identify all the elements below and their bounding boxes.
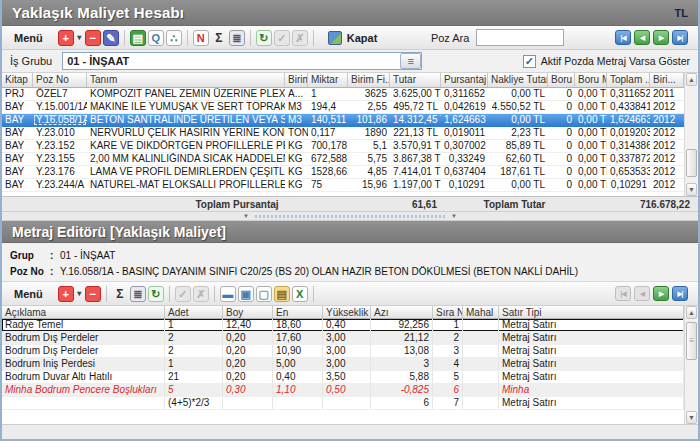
table-row[interactable]: BAYY.15.001/1AMAKİNE İLE YUMUŞAK VE SERT… [2,101,698,114]
cell[interactable]: Minha [499,384,684,396]
cell[interactable]: 0,20 [223,332,273,344]
cell[interactable]: 1,624663 [441,114,488,126]
cell[interactable]: 140,511 [308,114,348,126]
cell[interactable]: 0,10291 [607,179,650,191]
cell[interactable]: 1528,662 [308,166,348,178]
cell[interactable]: 0,637404 [441,166,488,178]
cell[interactable]: Bodrum Dış Perdeler [2,345,165,357]
cell[interactable]: 1 [165,358,223,370]
cell[interactable]: 5,00 [273,358,323,370]
paste-icon[interactable]: ▢ [256,286,272,302]
cell[interactable]: 0 [548,101,575,113]
cell[interactable] [463,345,499,357]
tree-icon[interactable]: ∴ [166,30,182,46]
cell[interactable]: Bodrum Duvar Altı Hatılı [2,371,165,383]
cell[interactable]: Metraj Satırı [499,397,684,409]
cell[interactable]: 6 [371,397,433,409]
cell[interactable]: 0 [548,114,575,126]
cell[interactable]: BAY [2,153,33,165]
cell[interactable]: KARE VE DİKDÖRTGEN PROFİLLERLE PENCERE V… [87,140,285,152]
cell[interactable]: 2012 [650,179,684,191]
column-header[interactable]: Pursantaj [441,73,488,87]
cell[interactable]: 0,00 TL [575,127,607,139]
table-row[interactable]: Radye Temel112,4018,600,4092,2561Metraj … [2,319,698,332]
table-row[interactable]: BAYY.23.176LAMA VE PROFİL DEMİRLERDEN ÇE… [2,166,698,179]
sum-icon[interactable]: Σ [112,286,128,302]
cell[interactable]: KG [285,140,308,152]
cell[interactable]: 2 [433,332,463,344]
cell[interactable]: 2012 [650,114,684,126]
print-icon[interactable]: ≣ [229,30,245,46]
cell[interactable]: 4,85 [348,166,390,178]
metraj-menu-button[interactable]: Menü [8,286,57,302]
cell[interactable]: 2012 [650,140,684,152]
cell[interactable]: 2,23 TL [488,127,548,139]
cell[interactable]: 1,624663 [607,114,650,126]
column-header[interactable]: Nakliye Tutarı [488,73,548,87]
cell[interactable]: Metraj Satırı [499,345,684,357]
cell[interactable]: BAY [2,101,33,113]
scroll-down-icon[interactable]: ▼ [686,183,697,196]
cell[interactable]: 0,433841 [607,101,650,113]
cell[interactable]: 700,178 [308,140,348,152]
cell[interactable]: 17,60 [273,332,323,344]
cell[interactable]: 5,88 [371,371,433,383]
cell[interactable]: 3,00 [323,332,371,344]
cell[interactable]: 2 [165,332,223,344]
table-row[interactable]: Bodrum Dış Perdeler20,2017,603,0021,122M… [2,332,698,345]
cell[interactable]: 3.625,00 TL [390,88,441,100]
cell[interactable]: 4.550,52 TL [488,101,548,113]
cell[interactable]: 2012 [650,101,684,113]
add-caret-icon[interactable]: ▾ [75,30,84,46]
table-row[interactable]: BAYY.23.1552,00 MM KALINLIĞINDA SICAK HA… [2,153,698,166]
cell[interactable]: BAY [2,140,33,152]
cell[interactable]: 0 [548,153,575,165]
cell[interactable]: LAMA VE PROFİL DEMİRLERDEN ÇEŞİTLİ DEMİR… [87,166,285,178]
cell[interactable]: BAY [2,166,33,178]
preview-icon[interactable]: Q [148,30,164,46]
table-row[interactable]: BAYY.16.058/1ABETON SANTRALİNDE ÜRETİLEN… [2,114,698,127]
is-grubu-combo[interactable]: 01 - İNŞAAT ≡ [62,52,422,70]
cell[interactable]: 0,042619 [441,101,488,113]
cell[interactable]: 14.312,45 TL [390,114,441,126]
insert-row-icon[interactable]: ▬ [220,286,236,302]
scroll-up-icon[interactable]: ▲ [686,73,697,86]
scroll-down-icon[interactable]: ▼ [686,411,697,424]
cell[interactable]: -0,825 [371,384,433,396]
column-header[interactable]: Azı [371,306,433,318]
column-header[interactable]: Poz No [33,73,87,87]
add-icon[interactable]: + [58,30,74,46]
cell[interactable]: 0,30 [223,384,273,396]
nav-next-icon[interactable]: ▶ [653,286,669,301]
cell[interactable]: 2,00 MM KALINLIĞINDA SICAK HADDELENMİŞ S… [87,153,285,165]
scroll-up-icon[interactable]: ▲ [686,306,697,319]
cell[interactable]: Minha Bodrum Pencere Boşlukları [2,384,165,396]
cell[interactable]: 0,00 TL [488,88,548,100]
panel-splitter[interactable]: ▼ ▼ [2,212,698,221]
cell[interactable]: 2012 [650,166,684,178]
cell[interactable]: Y.15.001/1A [33,101,87,113]
refresh-icon[interactable]: ↻ [148,286,164,302]
copy-icon[interactable]: ▣ [238,286,254,302]
cell[interactable]: BAY [2,179,33,191]
cell[interactable]: 0,00 TL [488,114,548,126]
is-grubu-browse-button[interactable]: ≡ [400,53,421,69]
cell[interactable]: 3.867,38 TL [390,153,441,165]
table-row[interactable]: BAYY.23.010NERVÜRLÜ ÇELİK HASIRIN YERİNE… [2,127,698,140]
cell[interactable]: 0,653533 [607,166,650,178]
cell[interactable]: 5,1 [348,140,390,152]
cell[interactable]: BAY [2,127,33,139]
column-header[interactable]: Toplam ... [607,73,650,87]
cell[interactable]: M3 [285,114,308,126]
cell[interactable]: 1.197,00 TL [390,179,441,191]
cell[interactable] [223,397,273,409]
nav-next-icon[interactable]: ▶ [653,30,669,45]
cell[interactable]: 0,019203 [607,127,650,139]
cell[interactable]: 0,117 [308,127,348,139]
cell[interactable]: BAY [2,114,33,126]
scroll-thumb[interactable]: ≡ [686,322,697,360]
cell[interactable]: KG [285,179,308,191]
nav-last-icon[interactable]: ▶| [672,286,688,301]
table-row[interactable]: (4+5)*2/367Metraj Satırı [2,397,698,410]
cell[interactable]: Y.16.058/1A [33,114,87,126]
